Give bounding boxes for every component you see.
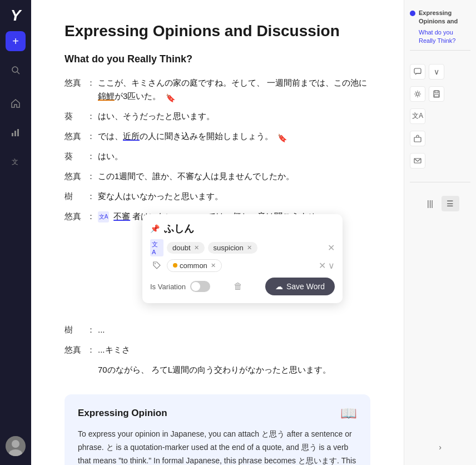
popup-word: ふしん [164,222,194,235]
vocab-word[interactable]: 錦鯉 [98,91,115,101]
dialogue-text: ...キミさ [98,343,370,357]
speaker-label: 樹 [65,323,87,337]
dialogue-text: 70のながら、 ろてL週間の向う交わりがなかったと思います。 [98,363,370,377]
envelope-icon[interactable] [410,153,425,169]
popup-labels-row: common ✕ ✕ ∨ [167,259,335,272]
dialogue-text: この1週間で、誰か、不審な人は見ませんでしたか。 [98,170,370,183]
variation-label: Is Variation [150,283,186,291]
cloud-icon: ☁ [275,282,283,291]
labels-clear-button[interactable]: ✕ [319,260,326,271]
add-button[interactable]: + [6,31,26,51]
dialogue-row: 葵 ： はい、そうだったと思います。 [65,110,370,123]
speaker-label: 葵 [65,110,87,123]
common-dot [173,263,177,268]
svg-point-9 [155,263,156,264]
sidebar-item-translate[interactable]: 文 [6,151,26,171]
dialogue-row: 70のながら、 ろてL週間の向う交わりがなかったと思います。 [65,363,370,377]
word-popup: 📌 ふしん 文A doubt ✕ suspicion ✕ ✕ [142,214,343,303]
svg-text:文: 文 [12,158,18,166]
tag-label: suspicion [214,244,244,252]
dialogue-row: 樹 ： 変な人はいなかったと思います。 [65,190,370,203]
right-panel-divider [410,50,470,51]
speaker-label: 悠真 [65,76,87,90]
speaker-label: 葵 [65,150,87,163]
speaker-label: 悠真 [65,170,87,183]
tag-common: common ✕ [167,259,222,272]
right-panel-icons: ∨ 文A [410,64,470,169]
dialogue-text: 変な人はいなかったと思います。 [98,190,370,203]
labels-expand-button[interactable]: ∨ [328,260,335,271]
gear-icon[interactable] [410,86,425,102]
svg-line-1 [17,72,19,74]
comment-controls: ∨ [410,64,470,80]
sidebar-item-home[interactable] [6,93,26,113]
speaker-label: 樹 [65,190,87,203]
right-panel-section-title: Expressing Opinions and [419,9,470,26]
nav-dot [410,11,415,16]
avatar[interactable] [6,436,26,456]
svg-rect-15 [414,137,421,142]
svg-rect-13 [435,91,438,93]
translate-settings-icon[interactable]: 文A [410,108,425,124]
dialogue-row: 悠真 ： ここが、キミさんの家の庭ですね。そして、 一週間前までは、この池に 錦… [65,76,370,103]
right-panel-link[interactable]: What do you Really Think? [419,28,470,46]
delete-button[interactable]: 🗑 [231,279,245,294]
svg-point-0 [12,67,18,72]
sidebar-item-stats[interactable] [6,122,26,142]
translate-inline-icon: 文A [98,211,109,222]
label-icon [150,259,163,272]
list-view-button[interactable]: ☰ [442,196,459,211]
right-panel-expand-button[interactable]: › [410,438,470,456]
briefcase-icon[interactable] [410,131,425,146]
expression-card-header: Expressing Opinion 📖 [78,405,357,421]
svg-point-7 [12,440,19,448]
speaker-label: 悠真 [65,343,87,357]
search-button[interactable] [6,60,26,80]
dialogue-text: はい、そうだったと思います。 [98,110,370,123]
tag-remove-common[interactable]: ✕ [211,262,216,269]
dialogue-row: 樹 ： ... [65,323,370,337]
bookmark-icon[interactable]: 🔖 [166,92,175,102]
bookmark-icon[interactable]: 🔖 [277,132,286,142]
dialogue-text: はい。 [98,150,370,163]
tag-suspicion: suspicion ✕ [208,242,257,254]
comment-icon[interactable] [410,64,425,80]
tag-label: doubt [172,244,191,252]
popup-label-section: common ✕ ✕ ∨ [150,259,335,272]
right-panel: Expressing Opinions and What do you Real… [404,0,476,465]
vocab-word-popup-trigger[interactable]: 不審 [113,211,130,221]
dialogue-text: では、近所の人に聞き込みを開始しましょう。 🔖 [98,130,370,143]
app-logo: Y [0,0,31,31]
tags-clear-button[interactable]: ✕ [328,243,335,253]
dialogue-row: 悠真 ： この1週間で、誰か、不審な人は見ませんでしたか。 [65,170,370,183]
right-panel-divider-2 [410,182,470,182]
dialogue-row: 悠真 ： ...キミさ [65,343,370,357]
svg-rect-3 [14,131,16,136]
speaker-label: 悠真 [65,130,87,143]
view-toggle-group: ||| ☰ [410,196,470,211]
popup-header: 📌 ふしん [150,222,335,235]
tag-remove-suspicion[interactable]: ✕ [247,244,252,251]
toggle-knob [191,282,200,291]
comment-expand-icon[interactable]: ∨ [429,64,444,80]
dialogue-row: 葵 ： はい。 [65,150,370,163]
expression-card-title: Expressing Opinion [78,408,167,419]
variation-toggle-switch[interactable] [190,281,210,292]
save-word-button[interactable]: ☁ Save Word [265,278,335,295]
popup-tags-row: doubt ✕ suspicion ✕ ✕ [167,242,335,254]
popup-tags-section: 文A doubt ✕ suspicion ✕ ✕ [150,241,335,254]
save-icon[interactable] [429,86,444,102]
settings-controls [410,86,470,102]
dialogue-text: ... [98,323,370,337]
dialogue-row: 悠真 ： では、近所の人に聞き込みを開始しましょう。 🔖 [65,130,370,143]
tag-doubt: doubt ✕ [167,242,205,254]
svg-rect-14 [434,95,439,97]
svg-rect-4 [17,129,19,136]
vocab-word[interactable]: 近所 [123,131,140,141]
pin-icon: 📌 [150,224,160,233]
popup-bottom: Is Variation 🗑 ☁ Save Word [150,278,335,295]
tag-remove-doubt[interactable]: ✕ [194,244,199,251]
right-panel-section: Expressing Opinions and What do you Real… [410,9,470,55]
variation-toggle: Is Variation [150,281,210,292]
grid-view-button[interactable]: ||| [422,196,439,211]
